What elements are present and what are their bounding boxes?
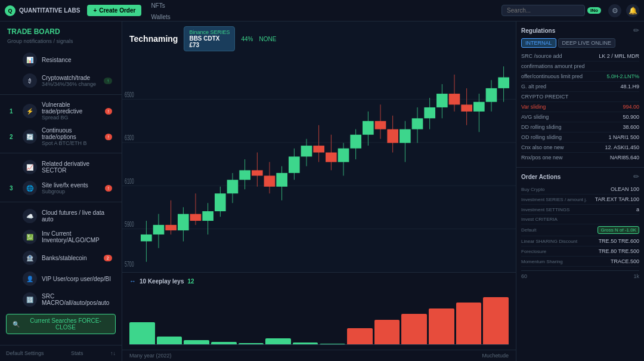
sidebar: TRADE BOARD Group notifications / signal… bbox=[0, 21, 122, 361]
svg-rect-13 bbox=[153, 225, 165, 235]
order-item-0: Buy CryptoOLEAN 100 bbox=[521, 184, 639, 195]
order-value-4: Gross N of -1.0K bbox=[597, 226, 639, 234]
order-label-5: Linear SHARING Discount bbox=[521, 239, 577, 244]
sidebar-item-name-0: Resistance bbox=[42, 57, 112, 63]
svg-rect-17 bbox=[178, 214, 189, 230]
order-row-5: Linear SHARING DiscountTRE.50 TRE.600 bbox=[521, 238, 639, 244]
sidebar-footer-right: ↑↓ bbox=[110, 350, 116, 356]
svg-rect-43 bbox=[338, 149, 349, 162]
bottom-chart-header: ↔ 10 Keeplay leys 12 bbox=[129, 277, 509, 285]
sidebar-divider-3 bbox=[0, 153, 122, 153]
regulations-filter-bar: INTERNALDEEP LIVE ONLINE bbox=[521, 38, 639, 48]
sidebar-item-content-3: Continuous trade/optionsSpot A BTC/ETH B bbox=[42, 127, 100, 146]
svg-rect-55 bbox=[412, 118, 423, 129]
svg-rect-23 bbox=[215, 193, 226, 211]
regulations-header: Regulations ✏ bbox=[521, 26, 639, 35]
sidebar-item-content-9: VIP User/corp user/dep/BI bbox=[42, 276, 112, 282]
sidebar-footer-mid: Stats bbox=[71, 350, 83, 356]
reg-item-name-1: confirmations amount pred bbox=[521, 63, 585, 69]
bottom-chart-title: 10 Keeplay leys bbox=[140, 278, 184, 285]
sidebar-item-sub-3: Spot A BTC/ETH B bbox=[42, 140, 100, 146]
svg-rect-69 bbox=[498, 78, 509, 88]
order-value-2: a bbox=[636, 206, 639, 212]
order-value-0: OLEAN 100 bbox=[611, 186, 639, 192]
sidebar-item-icon-3: 🔄 bbox=[23, 129, 37, 144]
svg-rect-31 bbox=[264, 175, 275, 186]
order-actions-header: Order Actions ✏ bbox=[521, 172, 639, 181]
sidebar-item-7[interactable]: 💹Inv Current Inventory/ALGO/CMP bbox=[4, 227, 118, 247]
sidebar-item-icon-2: ⚡ bbox=[23, 104, 37, 118]
sidebar-item-sub-2: Spread BG bbox=[42, 115, 100, 121]
sidebar-item-name-3: Continuous trade/options bbox=[42, 127, 100, 140]
svg-rect-61 bbox=[449, 94, 460, 104]
sidebar-item-content-10: SRC MACRO/all/auto/pos/auto bbox=[42, 293, 112, 306]
sidebar-item-6[interactable]: ☁️Cloud futures / live data auto bbox=[4, 206, 118, 226]
sidebar-item-icon-4: 📈 bbox=[23, 160, 37, 174]
create-icon: + bbox=[93, 7, 97, 14]
sidebar-item-9[interactable]: 👤VIP User/corp user/dep/BI bbox=[4, 269, 118, 289]
order-label-6: Foreclosure bbox=[521, 249, 546, 254]
bar-10 bbox=[401, 314, 427, 345]
candlestick-svg: 6500 6300 6100 5900 5700 bbox=[122, 56, 516, 272]
reg-filter-btn-1[interactable]: DEEP LIVE ONLINE bbox=[558, 38, 615, 48]
chart-pct-2: NONE bbox=[259, 36, 276, 42]
bar-0 bbox=[129, 322, 155, 345]
svg-rect-47 bbox=[363, 121, 374, 135]
logo-icon: Q bbox=[5, 5, 16, 16]
nav-search-input[interactable] bbox=[501, 5, 585, 16]
reg-filter-btn-0[interactable]: INTERNAL bbox=[521, 38, 556, 48]
reg-item-value-7: 38.600 bbox=[623, 124, 639, 130]
sidebar-item-2[interactable]: 1⚡Vulnerable trade/predictiveSpread BG! bbox=[4, 98, 118, 124]
sidebar-item-5[interactable]: 3🌐Site live/fx eventsSubgroup! bbox=[4, 178, 118, 198]
sidebar-item-3[interactable]: 2🔄Continuous trade/optionsSpot A BTC/ETH… bbox=[4, 124, 118, 149]
sidebar-item-8[interactable]: 🏦Banks/stablecoin2 bbox=[4, 248, 118, 268]
order-row-3: Invest CRITERIA bbox=[521, 217, 639, 222]
create-order-button[interactable]: + Create Order bbox=[87, 5, 141, 16]
order-actions-list: Buy CryptoOLEAN 100Investment SERIES / a… bbox=[521, 184, 639, 267]
svg-rect-35 bbox=[289, 156, 300, 172]
svg-text:6300: 6300 bbox=[125, 134, 134, 141]
sidebar-item-icon-10: 🔢 bbox=[23, 292, 37, 307]
edit-icon[interactable]: ✏ bbox=[633, 26, 639, 35]
reg-item-value-3: 48.1.H9 bbox=[620, 84, 639, 90]
reg-item-name-10: Rnx/pos one new bbox=[521, 155, 563, 161]
ino-badge: INo bbox=[587, 7, 601, 14]
sidebar-item-10[interactable]: 🔢SRC MACRO/all/auto/pos/auto bbox=[4, 289, 118, 310]
order-item-4: DefaultGross N of -1.0K bbox=[521, 224, 639, 236]
center-panel: Technaming Binance SERIES BBS CDTX £73 4… bbox=[122, 21, 516, 361]
sidebar-item-name-2: Vulnerable trade/predictive bbox=[42, 101, 100, 115]
sidebar-title: TRADE BOARD bbox=[0, 21, 122, 38]
sidebar-item-sub-5: Subgroup bbox=[42, 189, 100, 195]
order-actions-title: Order Actions bbox=[521, 174, 561, 180]
sidebar-item-4[interactable]: 📈Related derivative SECTOR bbox=[4, 157, 118, 177]
notifications-icon[interactable]: 🔔 bbox=[626, 4, 639, 17]
sidebar-item-name-1: Cryptowatch/trade bbox=[42, 75, 99, 81]
center-footer: Many year (2022) Muchetude bbox=[122, 350, 516, 361]
sidebar-item-1[interactable]: ₿Cryptowatch/trade34%/34%/36% change↑ bbox=[4, 70, 118, 91]
sidebar-item-0[interactable]: 📊Resistance bbox=[4, 50, 118, 70]
nav-tab-wallets[interactable]: Wallets bbox=[146, 11, 191, 23]
sidebar-footer: Default Settings Stats ↑↓ bbox=[0, 345, 122, 361]
logo-text: QUANTITATIVE LABS bbox=[19, 7, 80, 14]
bottom-chart-count: 12 bbox=[188, 278, 194, 285]
reg-item-name-5: Var sliding bbox=[521, 104, 546, 110]
sidebar-search-button[interactable]: 🔍 Current Searches FORCE-CLOSE bbox=[6, 314, 116, 334]
order-label-7: Momentum Sharing bbox=[521, 259, 563, 264]
chart-series-sub: £73 bbox=[189, 42, 230, 48]
sidebar-item-sub-1: 34%/34%/36% change bbox=[42, 81, 99, 87]
svg-rect-41 bbox=[326, 153, 337, 162]
search-icon: 🔍 bbox=[13, 321, 20, 328]
right-panel: Regulations ✏ INTERNALDEEP LIVE ONLINE S… bbox=[516, 21, 644, 361]
svg-rect-0 bbox=[122, 56, 516, 272]
settings-icon[interactable]: ⚙ bbox=[608, 4, 621, 17]
reg-item-value-2: 5.0H-2.LNT% bbox=[606, 73, 639, 79]
order-label-3: Invest CRITERIA bbox=[521, 217, 558, 222]
svg-rect-67 bbox=[486, 88, 497, 102]
sidebar-item-badge-3: ! bbox=[105, 134, 112, 140]
nav-tab-nfts[interactable]: NFTs bbox=[146, 0, 191, 11]
svg-rect-33 bbox=[276, 173, 287, 187]
logo: Q QUANTITATIVE LABS bbox=[5, 5, 80, 16]
order-edit-icon[interactable]: ✏ bbox=[633, 172, 639, 181]
reg-item-10: Rnx/pos one newNARI85.640 bbox=[521, 153, 639, 162]
svg-rect-51 bbox=[387, 129, 398, 143]
